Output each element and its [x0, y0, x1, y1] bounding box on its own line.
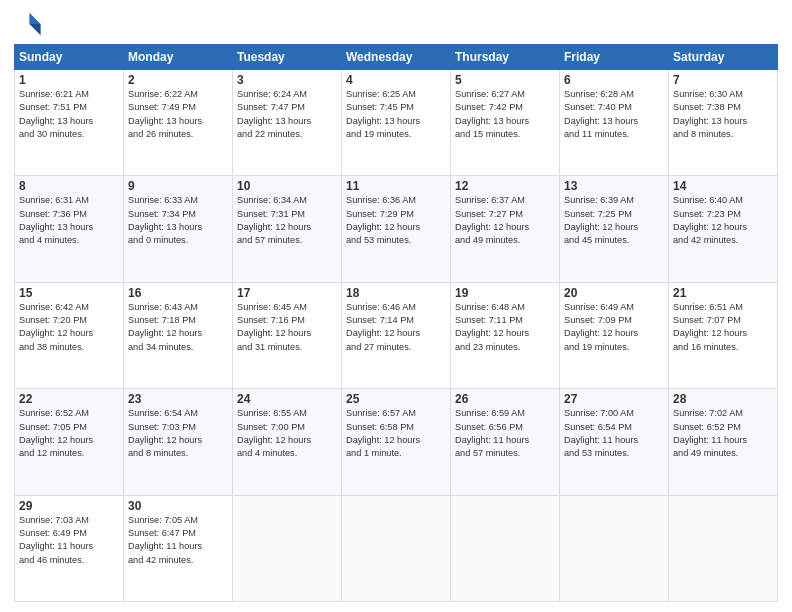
day-number: 20 [564, 286, 664, 300]
day-number: 19 [455, 286, 555, 300]
calendar-cell: 14Sunrise: 6:40 AM Sunset: 7:23 PM Dayli… [669, 176, 778, 282]
calendar-cell: 10Sunrise: 6:34 AM Sunset: 7:31 PM Dayli… [233, 176, 342, 282]
cell-daylight-text: Sunrise: 6:54 AM Sunset: 7:03 PM Dayligh… [128, 407, 228, 460]
calendar-cell [451, 495, 560, 601]
calendar-cell: 5Sunrise: 6:27 AM Sunset: 7:42 PM Daylig… [451, 70, 560, 176]
day-number: 1 [19, 73, 119, 87]
day-header-saturday: Saturday [669, 45, 778, 70]
logo-icon [14, 10, 42, 38]
cell-daylight-text: Sunrise: 6:22 AM Sunset: 7:49 PM Dayligh… [128, 88, 228, 141]
cell-daylight-text: Sunrise: 6:52 AM Sunset: 7:05 PM Dayligh… [19, 407, 119, 460]
cell-daylight-text: Sunrise: 7:03 AM Sunset: 6:49 PM Dayligh… [19, 514, 119, 567]
calendar-cell: 8Sunrise: 6:31 AM Sunset: 7:36 PM Daylig… [15, 176, 124, 282]
cell-daylight-text: Sunrise: 6:34 AM Sunset: 7:31 PM Dayligh… [237, 194, 337, 247]
cell-daylight-text: Sunrise: 6:21 AM Sunset: 7:51 PM Dayligh… [19, 88, 119, 141]
day-number: 23 [128, 392, 228, 406]
cell-daylight-text: Sunrise: 6:36 AM Sunset: 7:29 PM Dayligh… [346, 194, 446, 247]
cell-daylight-text: Sunrise: 6:46 AM Sunset: 7:14 PM Dayligh… [346, 301, 446, 354]
day-number: 27 [564, 392, 664, 406]
calendar-cell [560, 495, 669, 601]
calendar-cell: 20Sunrise: 6:49 AM Sunset: 7:09 PM Dayli… [560, 282, 669, 388]
calendar-cell: 9Sunrise: 6:33 AM Sunset: 7:34 PM Daylig… [124, 176, 233, 282]
cell-daylight-text: Sunrise: 6:39 AM Sunset: 7:25 PM Dayligh… [564, 194, 664, 247]
calendar-cell: 25Sunrise: 6:57 AM Sunset: 6:58 PM Dayli… [342, 389, 451, 495]
day-number: 21 [673, 286, 773, 300]
day-number: 7 [673, 73, 773, 87]
day-number: 29 [19, 499, 119, 513]
day-number: 6 [564, 73, 664, 87]
day-number: 28 [673, 392, 773, 406]
day-header-monday: Monday [124, 45, 233, 70]
day-number: 10 [237, 179, 337, 193]
calendar-week-row: 22Sunrise: 6:52 AM Sunset: 7:05 PM Dayli… [15, 389, 778, 495]
calendar-cell: 18Sunrise: 6:46 AM Sunset: 7:14 PM Dayli… [342, 282, 451, 388]
cell-daylight-text: Sunrise: 6:27 AM Sunset: 7:42 PM Dayligh… [455, 88, 555, 141]
day-number: 22 [19, 392, 119, 406]
page: SundayMondayTuesdayWednesdayThursdayFrid… [0, 0, 792, 612]
calendar-cell: 4Sunrise: 6:25 AM Sunset: 7:45 PM Daylig… [342, 70, 451, 176]
svg-rect-2 [15, 13, 29, 35]
cell-daylight-text: Sunrise: 6:51 AM Sunset: 7:07 PM Dayligh… [673, 301, 773, 354]
logo [14, 10, 46, 38]
cell-daylight-text: Sunrise: 6:55 AM Sunset: 7:00 PM Dayligh… [237, 407, 337, 460]
cell-daylight-text: Sunrise: 6:57 AM Sunset: 6:58 PM Dayligh… [346, 407, 446, 460]
calendar-table: SundayMondayTuesdayWednesdayThursdayFrid… [14, 44, 778, 602]
cell-daylight-text: Sunrise: 6:30 AM Sunset: 7:38 PM Dayligh… [673, 88, 773, 141]
cell-daylight-text: Sunrise: 6:28 AM Sunset: 7:40 PM Dayligh… [564, 88, 664, 141]
day-header-friday: Friday [560, 45, 669, 70]
calendar-cell: 24Sunrise: 6:55 AM Sunset: 7:00 PM Dayli… [233, 389, 342, 495]
calendar-cell: 22Sunrise: 6:52 AM Sunset: 7:05 PM Dayli… [15, 389, 124, 495]
calendar-cell: 7Sunrise: 6:30 AM Sunset: 7:38 PM Daylig… [669, 70, 778, 176]
cell-daylight-text: Sunrise: 7:00 AM Sunset: 6:54 PM Dayligh… [564, 407, 664, 460]
day-number: 17 [237, 286, 337, 300]
day-number: 9 [128, 179, 228, 193]
cell-daylight-text: Sunrise: 6:25 AM Sunset: 7:45 PM Dayligh… [346, 88, 446, 141]
calendar-cell: 11Sunrise: 6:36 AM Sunset: 7:29 PM Dayli… [342, 176, 451, 282]
day-number: 18 [346, 286, 446, 300]
cell-daylight-text: Sunrise: 6:43 AM Sunset: 7:18 PM Dayligh… [128, 301, 228, 354]
day-number: 8 [19, 179, 119, 193]
day-number: 12 [455, 179, 555, 193]
calendar-cell [669, 495, 778, 601]
cell-daylight-text: Sunrise: 6:31 AM Sunset: 7:36 PM Dayligh… [19, 194, 119, 247]
cell-daylight-text: Sunrise: 6:45 AM Sunset: 7:16 PM Dayligh… [237, 301, 337, 354]
svg-marker-1 [29, 24, 40, 35]
day-header-thursday: Thursday [451, 45, 560, 70]
calendar-cell: 26Sunrise: 6:59 AM Sunset: 6:56 PM Dayli… [451, 389, 560, 495]
cell-daylight-text: Sunrise: 6:59 AM Sunset: 6:56 PM Dayligh… [455, 407, 555, 460]
calendar-week-row: 29Sunrise: 7:03 AM Sunset: 6:49 PM Dayli… [15, 495, 778, 601]
cell-daylight-text: Sunrise: 6:24 AM Sunset: 7:47 PM Dayligh… [237, 88, 337, 141]
cell-daylight-text: Sunrise: 6:37 AM Sunset: 7:27 PM Dayligh… [455, 194, 555, 247]
day-header-sunday: Sunday [15, 45, 124, 70]
day-header-tuesday: Tuesday [233, 45, 342, 70]
calendar-cell: 13Sunrise: 6:39 AM Sunset: 7:25 PM Dayli… [560, 176, 669, 282]
day-number: 13 [564, 179, 664, 193]
day-number: 2 [128, 73, 228, 87]
day-number: 26 [455, 392, 555, 406]
day-number: 11 [346, 179, 446, 193]
calendar-week-row: 15Sunrise: 6:42 AM Sunset: 7:20 PM Dayli… [15, 282, 778, 388]
calendar-cell: 12Sunrise: 6:37 AM Sunset: 7:27 PM Dayli… [451, 176, 560, 282]
calendar-cell: 27Sunrise: 7:00 AM Sunset: 6:54 PM Dayli… [560, 389, 669, 495]
day-header-wednesday: Wednesday [342, 45, 451, 70]
calendar-cell: 23Sunrise: 6:54 AM Sunset: 7:03 PM Dayli… [124, 389, 233, 495]
header [14, 10, 778, 38]
cell-daylight-text: Sunrise: 6:42 AM Sunset: 7:20 PM Dayligh… [19, 301, 119, 354]
day-number: 5 [455, 73, 555, 87]
calendar-cell: 15Sunrise: 6:42 AM Sunset: 7:20 PM Dayli… [15, 282, 124, 388]
day-number: 15 [19, 286, 119, 300]
calendar-cell: 6Sunrise: 6:28 AM Sunset: 7:40 PM Daylig… [560, 70, 669, 176]
calendar-cell: 17Sunrise: 6:45 AM Sunset: 7:16 PM Dayli… [233, 282, 342, 388]
calendar-cell: 1Sunrise: 6:21 AM Sunset: 7:51 PM Daylig… [15, 70, 124, 176]
svg-marker-0 [29, 13, 40, 24]
day-number: 3 [237, 73, 337, 87]
day-number: 30 [128, 499, 228, 513]
calendar-cell: 3Sunrise: 6:24 AM Sunset: 7:47 PM Daylig… [233, 70, 342, 176]
calendar-cell: 21Sunrise: 6:51 AM Sunset: 7:07 PM Dayli… [669, 282, 778, 388]
calendar-week-row: 1Sunrise: 6:21 AM Sunset: 7:51 PM Daylig… [15, 70, 778, 176]
cell-daylight-text: Sunrise: 6:40 AM Sunset: 7:23 PM Dayligh… [673, 194, 773, 247]
cell-daylight-text: Sunrise: 6:48 AM Sunset: 7:11 PM Dayligh… [455, 301, 555, 354]
cell-daylight-text: Sunrise: 6:49 AM Sunset: 7:09 PM Dayligh… [564, 301, 664, 354]
calendar-cell: 30Sunrise: 7:05 AM Sunset: 6:47 PM Dayli… [124, 495, 233, 601]
day-number: 4 [346, 73, 446, 87]
